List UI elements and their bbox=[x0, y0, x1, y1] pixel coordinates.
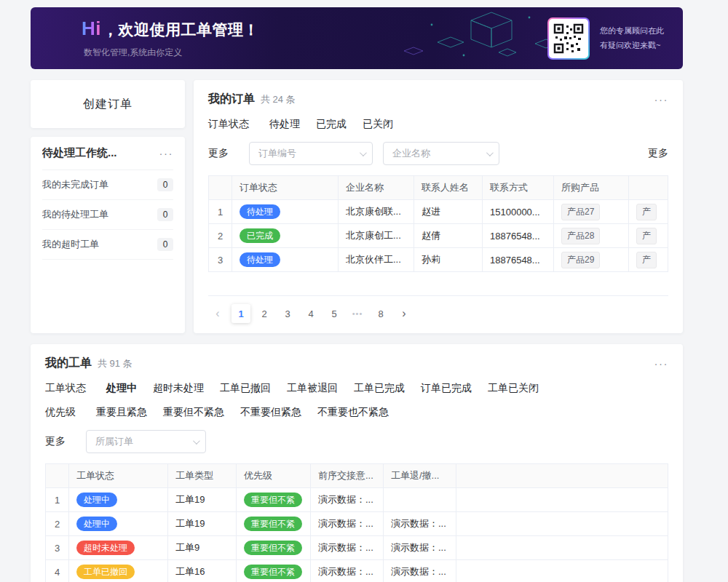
parent-order-select[interactable]: 所属订单 bbox=[86, 430, 206, 453]
filter-option-not-important-not-urgent[interactable]: 不重要也不紧急 bbox=[317, 406, 389, 419]
priority-badge: 重要但不紧 bbox=[244, 517, 302, 531]
row-index: 1 bbox=[209, 200, 232, 224]
stat-item-overtime-workorders[interactable]: 我的超时工单 0 bbox=[42, 230, 173, 260]
filter-option-order-completed[interactable]: 订单已完成 bbox=[421, 382, 472, 395]
product-tag: 产品29 bbox=[561, 252, 600, 268]
phone-cell: 15100000... bbox=[483, 200, 554, 224]
more-menu-icon[interactable]: ··· bbox=[654, 94, 669, 105]
contact-cell: 赵倩 bbox=[414, 224, 483, 248]
col-extra bbox=[629, 176, 668, 200]
type-cell: 工单19 bbox=[168, 512, 237, 536]
more-menu-icon[interactable]: ··· bbox=[654, 358, 669, 369]
page-button-5[interactable]: 5 bbox=[325, 304, 344, 323]
prev-page-icon[interactable]: ‹ bbox=[208, 304, 227, 323]
product-tag: 产 bbox=[636, 252, 657, 268]
phone-cell: 18876548... bbox=[483, 248, 554, 272]
status-badge: 处理中 bbox=[76, 493, 117, 507]
filter-option-important-not-urgent[interactable]: 重要但不紧急 bbox=[163, 406, 224, 419]
filter-option-withdrawn[interactable]: 工单已撤回 bbox=[220, 382, 271, 395]
table-row[interactable]: 1 处理中 工单19 重要但不紧 演示数据：... bbox=[46, 488, 668, 512]
priority-filter-row: 优先级 重要且紧急 重要但不紧急 不重要但紧急 不重要也不紧急 bbox=[45, 406, 668, 419]
table-row[interactable]: 3 超时未处理 工单9 重要但不紧 演示数据：... 演示数据：... bbox=[46, 536, 668, 560]
col-phone: 联系方式 bbox=[483, 176, 554, 200]
qr-code-box bbox=[549, 19, 588, 58]
withdraw-cell: 演示数据：... bbox=[384, 536, 456, 560]
col-index bbox=[209, 176, 232, 200]
col-workorder-status: 工单状态 bbox=[69, 464, 168, 488]
my-workorders-panel: 我的工单 共 91 条 ··· 工单状态 处理中 超时未处理 工单已撤回 工单被… bbox=[31, 344, 683, 582]
col-company: 企业名称 bbox=[339, 176, 414, 200]
page-button-4[interactable]: 4 bbox=[301, 304, 320, 323]
stat-item-pending-workorders[interactable]: 我的待处理工单 0 bbox=[42, 200, 173, 230]
company-name-select[interactable]: 企业名称 bbox=[383, 142, 499, 165]
chevron-down-icon bbox=[486, 149, 494, 156]
filter-option-pending[interactable]: 待处理 bbox=[269, 118, 300, 131]
status-badge: 待处理 bbox=[240, 252, 280, 267]
stat-label: 我的未完成订单 bbox=[42, 178, 108, 191]
filter-option-not-important-urgent[interactable]: 不重要但紧急 bbox=[240, 406, 301, 419]
table-row[interactable]: 2 处理中 工单19 重要但不紧 演示数据：... 演示数据：... bbox=[46, 512, 668, 536]
banner-greeting-hi: Hi bbox=[82, 17, 101, 39]
phone-cell: 18876548... bbox=[483, 224, 554, 248]
type-cell: 工单16 bbox=[168, 560, 237, 582]
table-row[interactable]: 4 工单已撤回 工单16 重要但不紧 演示数据：... 演示数据：... bbox=[46, 560, 668, 582]
create-order-label: 创建订单 bbox=[83, 97, 132, 112]
contact-cell: 孙莉 bbox=[414, 248, 483, 272]
filter-option-important-urgent[interactable]: 重要且紧急 bbox=[96, 406, 147, 419]
more-filters-label: 更多 bbox=[45, 435, 66, 448]
filter-option-wo-closed[interactable]: 工单已关闭 bbox=[488, 382, 539, 395]
company-cell: 北京康创联... bbox=[339, 200, 414, 224]
stat-count-badge: 0 bbox=[157, 178, 173, 191]
product-tag: 产品28 bbox=[561, 228, 600, 244]
table-row[interactable]: 1 待处理 北京康创联... 赵进 15100000... 产品27 产 bbox=[209, 200, 668, 224]
table-row[interactable]: 3 待处理 北京伙伴工... 孙莉 18876548... 产品29 产 bbox=[209, 248, 668, 272]
workorders-panel-title: 我的工单 bbox=[45, 356, 92, 371]
banner-text: Hi，欢迎使用工单管理！ 数智化管理,系统由你定义 bbox=[82, 17, 259, 59]
page-button-8[interactable]: 8 bbox=[371, 304, 390, 323]
order-status-filter-label: 订单状态 bbox=[208, 118, 249, 131]
priority-badge: 重要但不紧 bbox=[244, 565, 302, 579]
page-button-2[interactable]: 2 bbox=[255, 304, 274, 323]
banner-subtitle: 数智化管理,系统由你定义 bbox=[84, 47, 259, 59]
stat-count-badge: 0 bbox=[157, 238, 173, 251]
more-menu-icon[interactable]: ··· bbox=[159, 148, 174, 159]
col-order-status: 订单状态 bbox=[232, 176, 339, 200]
create-order-button[interactable]: 创建订单 bbox=[31, 80, 185, 128]
order-number-select[interactable]: 订单编号 bbox=[249, 142, 373, 165]
filter-option-returned[interactable]: 工单被退回 bbox=[287, 382, 338, 395]
filter-option-overtime[interactable]: 超时未处理 bbox=[153, 382, 204, 395]
withdraw-cell: 演示数据：... bbox=[384, 560, 456, 582]
next-page-icon[interactable]: › bbox=[395, 304, 414, 323]
table-row[interactable]: 2 已完成 北京康创工... 赵倩 18876548... 产品28 产 bbox=[209, 224, 668, 248]
status-badge: 已完成 bbox=[240, 228, 280, 243]
status-badge: 处理中 bbox=[76, 517, 117, 531]
workorder-more-filter-row: 更多 所属订单 bbox=[45, 430, 668, 453]
product-tag: 产 bbox=[636, 228, 657, 244]
stat-item-unfinished-orders[interactable]: 我的未完成订单 0 bbox=[42, 170, 173, 200]
qr-caption-line2: 有疑问欢迎来戳~ bbox=[600, 39, 664, 52]
welcome-banner: Hi，欢迎使用工单管理！ 数智化管理,系统由你定义 bbox=[31, 7, 683, 69]
col-workorder-type: 工单类型 bbox=[168, 464, 237, 488]
stat-label: 我的超时工单 bbox=[42, 238, 99, 251]
sidebar: 创建订单 待处理工作统... ··· 我的未完成订单 0 我的待处理工单 0 我… bbox=[31, 80, 185, 333]
type-cell: 工单9 bbox=[168, 536, 237, 560]
order-number-placeholder: 订单编号 bbox=[258, 147, 360, 160]
banner-greeting-rest: ，欢迎使用工单管理！ bbox=[103, 21, 259, 38]
filter-option-closed[interactable]: 已关闭 bbox=[363, 118, 393, 131]
stat-count-badge: 0 bbox=[157, 208, 173, 221]
order-more-filter-row: 更多 订单编号 企业名称 更多 bbox=[208, 142, 668, 165]
row-index: 2 bbox=[46, 512, 69, 536]
page-button-1[interactable]: 1 bbox=[232, 304, 250, 323]
workorders-table: 工单状态 工单类型 优先级 前序交接意... 工单退/撤... 1 处理中 工单… bbox=[45, 463, 668, 582]
orders-table: 订单状态 企业名称 联系人姓名 联系方式 所购产品 1 待处理 北京康创联.. bbox=[208, 175, 668, 272]
status-badge: 工单已撤回 bbox=[76, 565, 135, 579]
orders-more-link[interactable]: 更多 bbox=[648, 147, 668, 160]
page-ellipsis-icon[interactable]: ••• bbox=[348, 304, 367, 323]
product-tag: 产 bbox=[636, 204, 657, 220]
filter-option-processing[interactable]: 处理中 bbox=[106, 382, 137, 395]
filter-option-wo-completed[interactable]: 工单已完成 bbox=[354, 382, 405, 395]
orders-panel-title: 我的订单 bbox=[208, 92, 255, 107]
filter-option-completed[interactable]: 已完成 bbox=[316, 118, 347, 131]
col-handover: 前序交接意... bbox=[311, 464, 384, 488]
page-button-3[interactable]: 3 bbox=[278, 304, 297, 323]
